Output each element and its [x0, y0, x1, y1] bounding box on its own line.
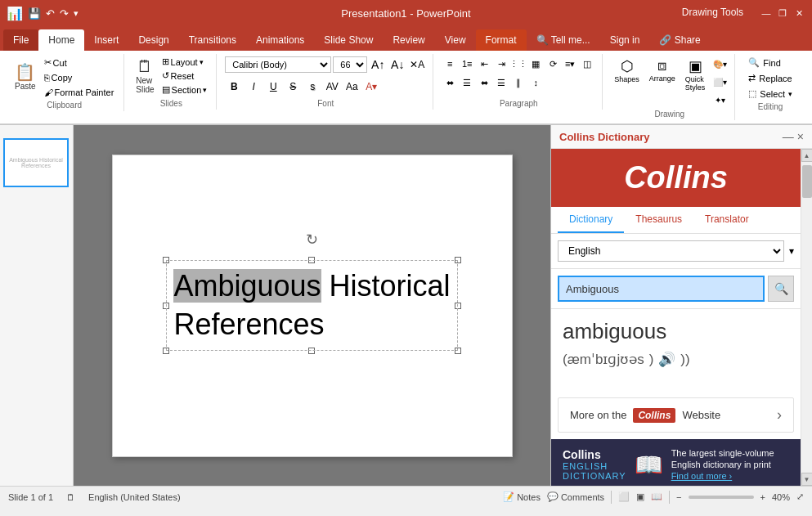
- new-slide-button[interactable]: 🗒 NewSlide: [132, 56, 157, 96]
- rotate-handle[interactable]: ↻: [306, 231, 318, 249]
- smartart-btn[interactable]: ⋮⋮: [510, 56, 527, 72]
- tab-view[interactable]: View: [435, 29, 476, 51]
- minimize-btn[interactable]: —: [760, 7, 773, 20]
- reset-button[interactable]: ↺ Reset: [159, 70, 210, 82]
- language-select[interactable]: English: [558, 240, 784, 262]
- shape-outline-btn[interactable]: ⬜▾: [711, 74, 728, 90]
- notes-button[interactable]: 📝 Notes: [503, 491, 541, 502]
- tab-home[interactable]: Home: [38, 29, 84, 51]
- tab-tellme[interactable]: 🔍 Tell me...: [527, 29, 600, 51]
- copy-button[interactable]: ⎘ Copy: [41, 71, 118, 84]
- shape-fill-btn[interactable]: 🎨▾: [711, 56, 728, 72]
- tab-format[interactable]: Format: [476, 29, 527, 51]
- align-text-btn[interactable]: ≡▾: [562, 56, 578, 72]
- align-right-btn[interactable]: ⬌: [476, 74, 492, 91]
- tab-review[interactable]: Review: [383, 29, 434, 51]
- shape-effects-btn[interactable]: ✦▾: [711, 92, 728, 108]
- more-arrow-icon: ›: [777, 406, 782, 424]
- quick-styles-button[interactable]: ▣ QuickStyles: [682, 56, 709, 108]
- line-spacing-btn[interactable]: ↕: [527, 74, 544, 91]
- strikethrough-btn[interactable]: S: [284, 78, 302, 96]
- format-painter-button[interactable]: 🖌 Format Painter: [41, 86, 118, 99]
- view-normal-icon[interactable]: ⬜: [618, 491, 630, 502]
- search-input[interactable]: [558, 276, 765, 302]
- cut-button[interactable]: ✂ Cut: [41, 56, 118, 70]
- case-btn[interactable]: Aa: [343, 78, 361, 96]
- panel-minimize-btn[interactable]: —: [783, 130, 794, 143]
- audio-icon[interactable]: 🔊: [658, 351, 675, 368]
- decrease-font-btn[interactable]: A↓: [388, 56, 406, 74]
- tab-signin[interactable]: Sign in: [600, 29, 650, 51]
- font-size-select[interactable]: 66: [333, 56, 367, 73]
- zoom-in-btn[interactable]: +: [760, 492, 765, 502]
- justify-btn[interactable]: ☰: [493, 74, 509, 91]
- slide-canvas[interactable]: ↻ Ambiguous Historical References: [112, 155, 513, 457]
- tab-transitions[interactable]: Transitions: [179, 29, 246, 51]
- text-box[interactable]: Ambiguous Historical References: [166, 260, 457, 352]
- close-btn[interactable]: ✕: [792, 7, 805, 20]
- font-name-select[interactable]: Calibri (Body): [225, 56, 331, 73]
- zoom-out-btn[interactable]: −: [676, 492, 681, 502]
- more-on-collins[interactable]: More on the Collins Website ›: [558, 397, 794, 433]
- tab-animations[interactable]: Animations: [246, 29, 314, 51]
- ad-find-out[interactable]: Find out more ›: [671, 471, 733, 481]
- comments-button[interactable]: 💬 Comments: [547, 491, 604, 502]
- arrange-button[interactable]: ⧈ Arrange: [646, 56, 679, 108]
- col-btn[interactable]: ∥: [510, 74, 527, 91]
- bold-btn[interactable]: B: [225, 78, 243, 96]
- view-slide-icon[interactable]: ▣: [636, 491, 644, 502]
- layout-dropdown-icon: ▾: [200, 58, 204, 66]
- tab-translator[interactable]: Translator: [693, 207, 760, 233]
- undo-icon[interactable]: ↶: [46, 7, 55, 20]
- section-button[interactable]: ▤ Section ▾: [159, 83, 210, 96]
- scroll-thumb[interactable]: [802, 165, 812, 198]
- layout-button[interactable]: ⊞ Layout ▾: [159, 56, 210, 68]
- columns-btn[interactable]: ▦: [527, 56, 544, 72]
- text-direction-btn[interactable]: ⟳: [545, 56, 561, 72]
- ad-subtitle2: DICTIONARY: [563, 471, 626, 481]
- redo-icon[interactable]: ↷: [60, 7, 69, 20]
- select-button[interactable]: ⬚ Select ▾: [743, 87, 797, 101]
- underline-btn[interactable]: U: [264, 78, 282, 96]
- bullets-btn[interactable]: ≡: [442, 56, 458, 72]
- align-center-btn[interactable]: ☰: [459, 74, 475, 91]
- tab-dictionary[interactable]: Dictionary: [558, 207, 624, 233]
- clear-formatting-btn[interactable]: ✕A: [408, 56, 426, 74]
- slide-thumbnail[interactable]: Ambiguous Historical References: [3, 138, 69, 187]
- search-button[interactable]: 🔍: [768, 276, 794, 302]
- tab-file[interactable]: File: [3, 29, 38, 51]
- paste-button[interactable]: 📋 Paste: [11, 62, 39, 92]
- customize-icon[interactable]: ▾: [74, 8, 79, 19]
- find-button[interactable]: 🔍 Find: [743, 56, 797, 70]
- fit-slide-btn[interactable]: ⤢: [796, 491, 804, 502]
- zoom-slider[interactable]: [689, 496, 754, 499]
- panel-close-btn[interactable]: ×: [797, 130, 804, 143]
- numbering-btn[interactable]: 1≡: [459, 56, 475, 72]
- tab-slideshow[interactable]: Slide Show: [314, 29, 383, 51]
- increase-indent-btn[interactable]: ⇥: [493, 56, 509, 72]
- paragraph-row1: ≡ 1≡ ⇤ ⇥ ⋮⋮ ▦ ⟳ ≡▾ ◫: [442, 56, 595, 72]
- shadow-btn[interactable]: s: [303, 78, 321, 96]
- scroll-down-arrow[interactable]: ▼: [801, 473, 813, 486]
- align-left-btn[interactable]: ⬌: [442, 74, 458, 91]
- shapes-button[interactable]: ⬡ Shapes: [611, 56, 643, 108]
- decrease-indent-btn[interactable]: ⇤: [476, 56, 492, 72]
- scroll-up-arrow[interactable]: ▲: [801, 149, 813, 162]
- font-color-btn[interactable]: A▾: [362, 78, 380, 96]
- restore-btn[interactable]: ❐: [776, 7, 789, 20]
- view-reading-icon[interactable]: 📖: [651, 491, 662, 502]
- tab-share[interactable]: 🔗 Share: [649, 29, 710, 51]
- spacing-btn[interactable]: AV: [323, 78, 341, 96]
- save-icon[interactable]: 💾: [28, 7, 41, 20]
- tab-design[interactable]: Design: [128, 29, 178, 51]
- italic-btn[interactable]: I: [244, 78, 262, 96]
- convert-smartart-btn[interactable]: ◫: [579, 56, 595, 72]
- status-divider2: [669, 491, 670, 504]
- tab-thesaurus[interactable]: Thesaurus: [624, 207, 693, 233]
- increase-font-btn[interactable]: A↑: [369, 56, 387, 74]
- select-dropdown-icon: ▾: [788, 90, 792, 98]
- replace-button[interactable]: ⇄ Replace: [743, 71, 797, 85]
- scroll-track[interactable]: [801, 162, 813, 473]
- window-title: Presentation1 - PowerPoint: [341, 7, 470, 20]
- tab-insert[interactable]: Insert: [84, 29, 128, 51]
